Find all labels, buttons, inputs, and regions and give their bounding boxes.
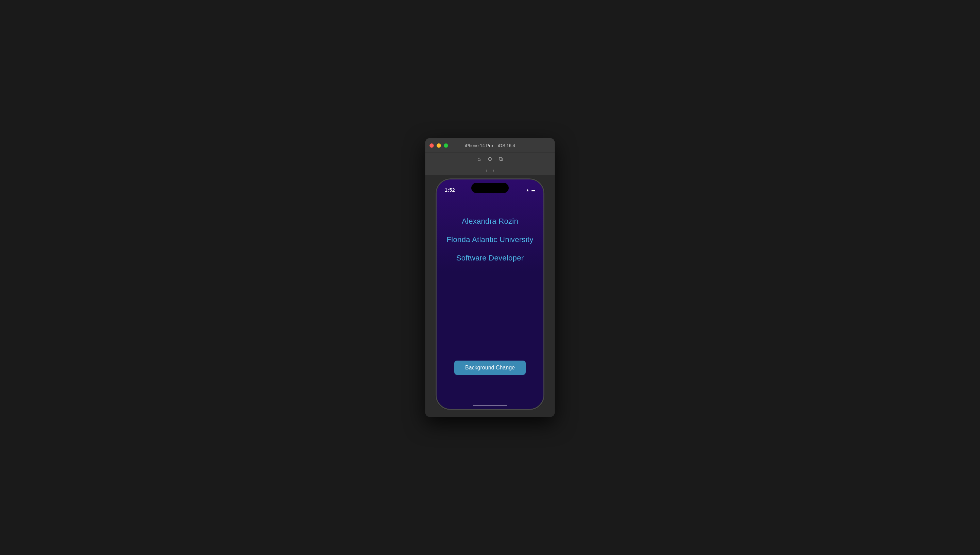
status-icons: ▲ ▬ bbox=[526, 188, 535, 192]
window-title: iPhone 14 Pro – iOS 16.4 bbox=[465, 143, 515, 148]
status-time: 1:52 bbox=[445, 187, 455, 193]
close-button[interactable] bbox=[429, 143, 434, 148]
minimize-button[interactable] bbox=[436, 143, 441, 148]
forward-icon[interactable]: › bbox=[493, 167, 494, 173]
background-change-button[interactable]: Background Change bbox=[454, 361, 526, 375]
role-label: Software Developer bbox=[456, 253, 524, 263]
dynamic-island bbox=[471, 183, 509, 193]
traffic-lights bbox=[429, 143, 448, 148]
phone-frame: 1:52 ▲ ▬ Alexandra Rozin Florida Atlanti… bbox=[436, 178, 544, 410]
wifi-icon: ▲ bbox=[526, 188, 529, 192]
power-button bbox=[544, 220, 544, 241]
nav-bar: ‹ › bbox=[425, 165, 555, 175]
simulator-window: iPhone 14 Pro – iOS 16.4 ⌂ ⊙ ⧉ ‹ › 1:52 bbox=[425, 138, 555, 417]
app-content: Alexandra Rozin Florida Atlantic Univers… bbox=[436, 196, 544, 409]
phone-screen: 1:52 ▲ ▬ Alexandra Rozin Florida Atlanti… bbox=[436, 180, 544, 409]
status-bar: 1:52 ▲ ▬ bbox=[436, 180, 544, 196]
university-label: Florida Atlantic University bbox=[446, 235, 533, 244]
rotate-icon[interactable]: ⧉ bbox=[499, 156, 503, 162]
mute-button bbox=[436, 209, 436, 217]
toolbar: ⌂ ⊙ ⧉ bbox=[425, 152, 555, 165]
phone-container: 1:52 ▲ ▬ Alexandra Rozin Florida Atlanti… bbox=[425, 175, 555, 417]
home-icon[interactable]: ⌂ bbox=[477, 156, 481, 162]
title-bar: iPhone 14 Pro – iOS 16.4 bbox=[425, 138, 555, 152]
name-label: Alexandra Rozin bbox=[462, 217, 518, 226]
maximize-button[interactable] bbox=[444, 143, 448, 148]
text-section: Alexandra Rozin Florida Atlantic Univers… bbox=[443, 217, 537, 263]
button-section: Background Change bbox=[443, 361, 537, 375]
battery-icon: ▬ bbox=[531, 188, 535, 192]
back-icon[interactable]: ‹ bbox=[486, 167, 487, 173]
volume-up-button bbox=[436, 220, 436, 231]
volume-down-button bbox=[436, 236, 436, 247]
screenshot-icon[interactable]: ⊙ bbox=[488, 156, 492, 162]
home-indicator bbox=[473, 405, 507, 406]
